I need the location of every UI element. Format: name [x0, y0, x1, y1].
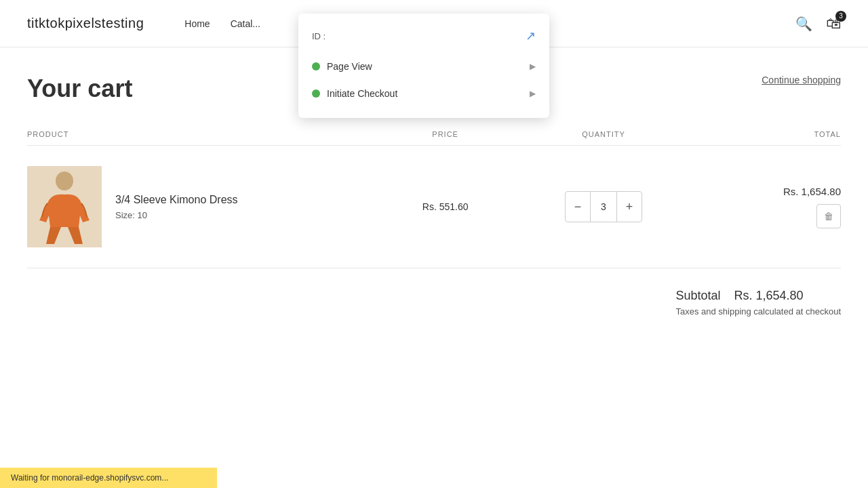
subtotal-section: Subtotal Rs. 1,654.80 Taxes and shipping… [27, 268, 841, 327]
quantity-cell: − 3 + [524, 191, 682, 222]
taxes-note: Taxes and shipping calculated at checkou… [675, 303, 841, 320]
trash-icon: 🗑 [824, 211, 833, 222]
col-total: TOTAL [683, 130, 841, 138]
subtotal-value: Rs. 1,654.80 [734, 289, 804, 303]
popup-item-label-pageview: Page View [327, 61, 372, 72]
cart-icon-wrap[interactable]: 🛍 3 [826, 15, 841, 33]
quantity-decrease-button[interactable]: − [566, 192, 590, 222]
popup-item-pageview[interactable]: Page View ▶ [298, 53, 549, 80]
status-dot-checkout [312, 89, 320, 98]
product-info: 3/4 Sleeve Kimono Dress Size: 10 [115, 194, 238, 220]
popup-item-left-checkout: Initiate Checkout [312, 88, 397, 99]
chevron-right-icon-pageview: ▶ [530, 62, 536, 71]
quantity-increase-button[interactable]: + [617, 192, 642, 222]
popup-id-label: ID : [312, 31, 326, 41]
col-product: PRODUCT [27, 130, 366, 138]
status-dot-pageview [312, 62, 320, 70]
pixel-dropdown-popup: ID : ↗ Page View ▶ Initiate Checkout ▶ [298, 14, 549, 118]
item-total: Rs. 1,654.80 [683, 186, 841, 197]
continue-shopping-link[interactable]: Continue shopping [762, 75, 841, 85]
chevron-right-icon-checkout: ▶ [530, 89, 536, 98]
total-cell: Rs. 1,654.80 🗑 [683, 186, 841, 228]
popup-item-checkout[interactable]: Initiate Checkout ▶ [298, 80, 549, 107]
quantity-value: 3 [590, 192, 617, 222]
cart-title: Your cart [27, 75, 132, 103]
popup-item-left-pageview: Page View [312, 61, 372, 72]
popup-id-row: ID : ↗ [298, 24, 549, 53]
product-cell: 3/4 Sleeve Kimono Dress Size: 10 [27, 166, 366, 247]
main-nav: Home Catal... [184, 18, 260, 29]
delete-item-button[interactable]: 🗑 [816, 204, 841, 228]
header-icons: 🔍 🛍 3 [795, 15, 841, 33]
nav-catalog[interactable]: Catal... [231, 18, 260, 29]
external-link-icon[interactable]: ↗ [526, 28, 536, 43]
search-icon[interactable]: 🔍 [795, 16, 812, 32]
product-name: 3/4 Sleeve Kimono Dress [115, 194, 238, 206]
cart-table-header: PRODUCT PRICE QUANTITY TOTAL [27, 123, 841, 146]
table-row: 3/4 Sleeve Kimono Dress Size: 10 Rs. 551… [27, 146, 841, 268]
popup-item-label-checkout: Initiate Checkout [327, 88, 397, 99]
price-cell: Rs. 551.60 [366, 201, 524, 212]
quantity-control: − 3 + [565, 191, 642, 222]
cart-badge: 3 [835, 11, 846, 22]
svg-point-1 [56, 171, 73, 190]
subtotal-label: Subtotal [675, 289, 720, 303]
col-quantity: QUANTITY [524, 130, 682, 138]
col-price: PRICE [366, 130, 524, 138]
subtotal-row: Subtotal Rs. 1,654.80 [675, 289, 841, 303]
product-image [27, 166, 102, 247]
product-size: Size: 10 [115, 210, 238, 220]
nav-home[interactable]: Home [184, 18, 210, 29]
site-logo: titktokpixelstesting [27, 16, 144, 31]
